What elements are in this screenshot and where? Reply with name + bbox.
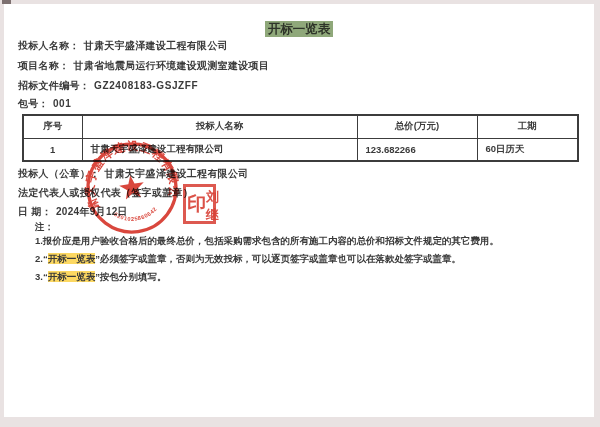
personal-seal-char-liu: 刘: [206, 188, 219, 206]
notes-heading: 注：: [35, 220, 54, 233]
field-package-number: 包号：001: [18, 97, 71, 110]
page-title-row: 开标一览表: [4, 21, 594, 38]
field-bidder-name-value: 甘肃天宇盛泽建设工程有限公司: [84, 40, 228, 51]
field-tender-doc-number-label: 招标文件编号：: [18, 80, 90, 91]
svg-text:甘肃天宇盛泽建设工程有限公司: 甘肃天宇盛泽建设工程有限公司: [78, 134, 183, 214]
page-title: 开标一览表: [265, 21, 334, 37]
note-3: 3.“开标一览表”按包分别填写。: [35, 270, 166, 283]
bid-opening-sheet-page: 开标一览表 投标人名称：甘肃天宇盛泽建设工程有限公司 项目名称：甘肃省地震局运行…: [4, 4, 594, 417]
field-bidder-name: 投标人名称：甘肃天宇盛泽建设工程有限公司: [18, 39, 228, 52]
field-tender-doc-number: 招标文件编号：GZ2408183-GSJZFF: [18, 79, 198, 92]
field-project-name-label: 项目名称：: [18, 60, 70, 71]
col-header-serial: 序号: [23, 115, 82, 138]
table-header-row: 序号 投标人名称 总价(万元) 工期: [23, 115, 578, 138]
field-package-number-value: 001: [53, 98, 72, 109]
seal-star-icon: [118, 173, 146, 200]
personal-seal-char-yin: 印: [187, 188, 206, 220]
cell-duration: 60日历天: [477, 138, 578, 161]
note-3-suffix: ”按包分别填写。: [95, 271, 166, 282]
svg-text:6201025860642: 6201025860642: [112, 205, 159, 225]
field-bidder-name-label: 投标人名称：: [18, 40, 80, 51]
note-2-prefix: 2.“: [35, 253, 48, 264]
note-2: 2.“开标一览表”必须签字或盖章，否则为无效投标，可以逐页签字或盖章也可以在落款…: [35, 252, 461, 265]
cell-total-price: 123.682266: [357, 138, 477, 161]
cell-serial: 1: [23, 138, 82, 161]
col-header-duration: 工期: [477, 115, 578, 138]
note-2-suffix: ”必须签字或盖章，否则为无效投标，可以逐页签字或盖章也可以在落款处签字或盖章。: [95, 253, 461, 264]
note-2-highlight: 开标一览表: [48, 253, 96, 264]
seal-company-name-text: 甘肃天宇盛泽建设工程有限公司: [78, 134, 183, 214]
personal-name-seal-stamp: 印 刘 继: [183, 184, 216, 224]
seal-serial-number: 6201025860642: [112, 205, 159, 225]
col-header-bidder: 投标人名称: [82, 115, 357, 138]
personal-seal-name-column: 刘 继: [206, 188, 219, 220]
field-project-name: 项目名称：甘肃省地震局运行环境建设观测室建设项目: [18, 59, 269, 72]
note-3-highlight: 开标一览表: [48, 271, 96, 282]
field-tender-doc-number-value: GZ2408183-GSJZFF: [94, 80, 198, 91]
col-header-total-price: 总价(万元): [357, 115, 477, 138]
field-project-name-value: 甘肃省地震局运行环境建设观测室建设项目: [74, 60, 270, 71]
company-round-seal-stamp: 甘肃天宇盛泽建设工程有限公司 6201025860642: [78, 134, 186, 242]
note-3-prefix: 3.“: [35, 271, 48, 282]
signature-date-label: 日 期：: [18, 206, 52, 217]
personal-seal-char-ji: 继: [206, 206, 219, 224]
field-package-number-label: 包号：: [18, 98, 49, 109]
